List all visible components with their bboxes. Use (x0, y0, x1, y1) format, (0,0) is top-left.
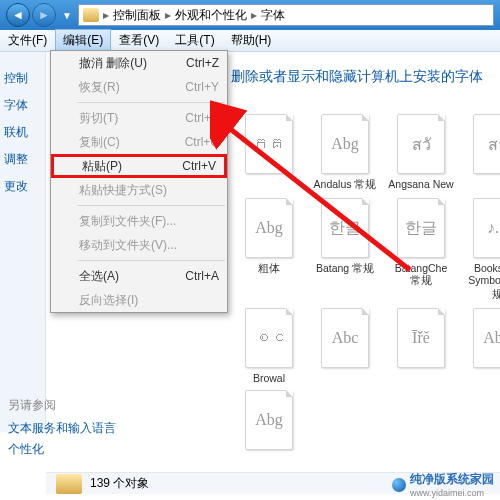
breadcrumb-part[interactable]: 外观和个性化 (175, 7, 247, 24)
watermark-logo-icon (392, 478, 406, 492)
left-nav-item[interactable]: 更改 (4, 178, 41, 195)
breadcrumb-part[interactable]: 字体 (261, 7, 285, 24)
menu-item: 恢复(R)Ctrl+Y (51, 75, 227, 99)
menu-item: 剪切(T)Ctrl+X (51, 106, 227, 130)
font-tile[interactable]: စငBrowal (236, 308, 302, 384)
menu-item: 移动到文件夹(V)... (51, 233, 227, 257)
breadcrumb-sep: ▸ (103, 8, 109, 22)
menu-item: 反向选择(I) (51, 288, 227, 312)
menu-item[interactable]: 撤消 删除(U)Ctrl+Z (51, 51, 227, 75)
watermark: 纯净版系统家园 www.yidaimei.com (392, 471, 494, 498)
see-also-link[interactable]: 文本服务和输入语言 (8, 420, 116, 437)
window-titlebar: ◄ ► ▼ ▸ 控制面板 ▸ 外观和个性化 ▸ 字体 (0, 0, 500, 30)
font-tile[interactable]: Abg (236, 390, 302, 454)
watermark-url: www.yidaimei.com (410, 488, 494, 498)
menu-help[interactable]: 帮助(H) (223, 29, 280, 52)
font-tile[interactable]: สวั (464, 114, 500, 192)
address-bar[interactable]: ▸ 控制面板 ▸ 外观和个性化 ▸ 字体 (78, 4, 494, 26)
menu-item[interactable]: 全选(A)Ctrl+A (51, 264, 227, 288)
annotation-arrow (210, 80, 430, 290)
menu-file[interactable]: 文件(F) (0, 29, 55, 52)
see-also-panel: 另请参阅 文本服务和输入语言 个性化 (8, 397, 116, 462)
folder-icon (56, 474, 82, 494)
svg-line-0 (224, 124, 410, 270)
menu-item[interactable]: 粘贴(P)Ctrl+V (51, 154, 227, 178)
breadcrumb-part[interactable]: 控制面板 (113, 7, 161, 24)
nav-history-dropdown[interactable]: ▼ (62, 10, 72, 21)
font-tile[interactable]: Īřĕ (388, 308, 454, 384)
menu-item: 复制(C)Ctrl+C (51, 130, 227, 154)
see-also-link[interactable]: 个性化 (8, 441, 116, 458)
watermark-text: 纯净版系统家园 (410, 471, 494, 488)
menu-item: 复制到文件夹(F)... (51, 209, 227, 233)
menu-edit[interactable]: 编辑(E) (55, 29, 111, 52)
nav-back-button[interactable]: ◄ (6, 3, 30, 27)
left-nav-item[interactable]: 联机 (4, 124, 41, 141)
font-tile[interactable]: Abc (312, 308, 378, 384)
left-nav-item[interactable]: 字体 (4, 97, 41, 114)
left-nav: 控制 字体 联机 调整 更改 (0, 52, 46, 432)
font-tile[interactable]: ♪.♪Bookshelf Symbol 7 常规 (464, 198, 500, 302)
menu-tools[interactable]: 工具(T) (167, 29, 222, 52)
left-nav-item[interactable]: 控制 (4, 70, 41, 87)
status-count: 139 个对象 (90, 475, 149, 492)
menu-view[interactable]: 查看(V) (111, 29, 167, 52)
folder-icon (83, 8, 99, 22)
font-tile[interactable]: Abg (464, 308, 500, 384)
nav-forward-button[interactable]: ► (32, 3, 56, 27)
edit-menu-dropdown: 撤消 删除(U)Ctrl+Z恢复(R)Ctrl+Y剪切(T)Ctrl+X复制(C… (50, 50, 228, 313)
menu-bar: 文件(F) 编辑(E) 查看(V) 工具(T) 帮助(H) (0, 30, 500, 52)
menu-item: 粘贴快捷方式(S) (51, 178, 227, 202)
left-nav-item[interactable]: 调整 (4, 151, 41, 168)
see-also-title: 另请参阅 (8, 397, 116, 414)
